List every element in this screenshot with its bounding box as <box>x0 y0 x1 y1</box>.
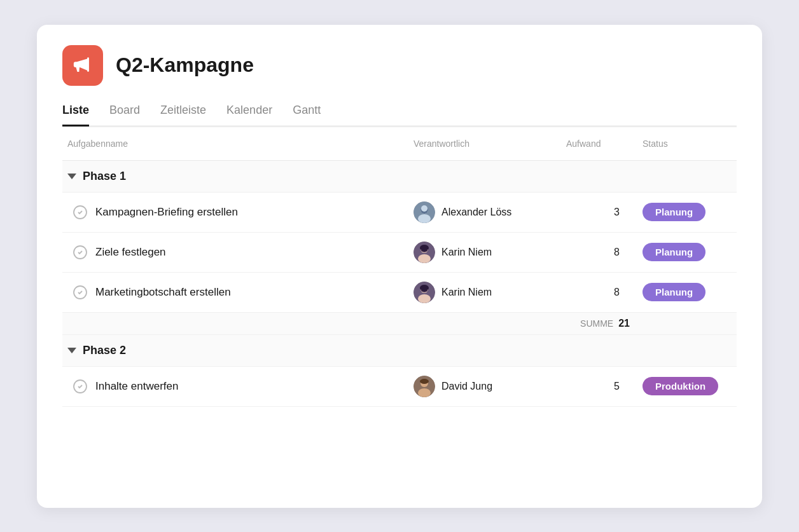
phase-2-row[interactable]: Phase 2 <box>62 335 737 367</box>
effort-cell: 5 <box>559 381 635 392</box>
task-name: Marketingbotschaft erstellen <box>62 285 406 300</box>
tab-bar: Liste Board Zeitleiste Kalender Gantt <box>62 104 737 126</box>
avatar <box>413 376 435 397</box>
phase-1-row[interactable]: Phase 1 <box>62 161 737 193</box>
avatar <box>413 201 435 223</box>
col-task: Aufgabenname <box>62 133 406 154</box>
table-row: Marketingbotschaft erstellen Karin Niem … <box>62 273 737 313</box>
status-badge: Planung <box>643 283 705 301</box>
check-circle-icon <box>73 379 88 394</box>
task-name: Kampagnen-Briefing erstellen <box>62 205 406 220</box>
effort-cell: 8 <box>559 287 635 298</box>
table-row: Ziele festlegen Karin Niem 8 Planung <box>62 233 737 273</box>
col-effort: Aufwand <box>559 133 635 154</box>
table-row: Inhalte entwerfen David Jung 5 Produktio… <box>62 367 737 407</box>
status-cell: Planung <box>635 283 737 301</box>
status-cell: Planung <box>635 243 737 261</box>
summe-row: SUMME 21 <box>62 313 737 335</box>
assignee-cell: Karin Niem <box>406 242 559 263</box>
status-badge: Planung <box>643 203 705 221</box>
svg-point-15 <box>420 285 429 291</box>
task-name: Ziele festlegen <box>62 245 406 260</box>
summe-value: 21 <box>618 318 630 329</box>
tab-kalender[interactable]: Kalender <box>226 104 272 126</box>
assignee-cell: Karin Niem <box>406 282 559 303</box>
phase-1-label: Phase 1 <box>62 170 406 183</box>
phase-2-label: Phase 2 <box>62 344 406 357</box>
status-cell: Planung <box>635 203 737 221</box>
svg-point-14 <box>418 294 431 303</box>
task-name: Inhalte entwerfen <box>62 379 406 394</box>
table-header: Aufgabenname Verantwortlich Aufwand Stat… <box>62 126 737 161</box>
assignee-cell: Alexander Löss <box>406 201 559 223</box>
main-card: Q2-Kampagne Liste Board Zeitleiste Kalen… <box>37 25 762 508</box>
check-circle-icon <box>73 205 88 220</box>
effort-cell: 3 <box>559 207 635 218</box>
project-header: Q2-Kampagne <box>62 45 737 86</box>
avatar <box>413 242 435 263</box>
project-icon <box>62 45 103 86</box>
effort-cell: 8 <box>559 247 635 258</box>
col-assignee: Verantwortlich <box>406 133 559 154</box>
status-cell: Produktion <box>635 377 737 395</box>
tab-board[interactable]: Board <box>109 104 140 126</box>
svg-point-19 <box>418 388 431 397</box>
summe-label: SUMME 21 <box>559 318 635 329</box>
status-badge: Planung <box>643 243 705 261</box>
status-badge: Produktion <box>643 377 718 395</box>
svg-point-20 <box>420 379 429 384</box>
chevron-down-icon <box>67 348 76 353</box>
check-circle-icon <box>73 245 88 260</box>
col-status: Status <box>635 133 737 154</box>
table-row: Kampagnen-Briefing erstellen Alexander L… <box>62 193 737 233</box>
tab-gantt[interactable]: Gantt <box>293 104 321 126</box>
assignee-cell: David Jung <box>406 376 559 397</box>
tab-liste[interactable]: Liste <box>62 104 89 126</box>
tab-zeitleiste[interactable]: Zeitleiste <box>160 104 206 126</box>
project-title: Q2-Kampagne <box>116 53 254 77</box>
chevron-down-icon <box>67 174 76 179</box>
check-circle-icon <box>73 285 88 300</box>
megaphone-icon <box>72 55 94 76</box>
svg-point-10 <box>420 245 429 251</box>
avatar <box>413 282 435 303</box>
svg-point-5 <box>421 205 427 212</box>
svg-point-9 <box>418 254 431 263</box>
svg-point-3 <box>418 214 431 223</box>
